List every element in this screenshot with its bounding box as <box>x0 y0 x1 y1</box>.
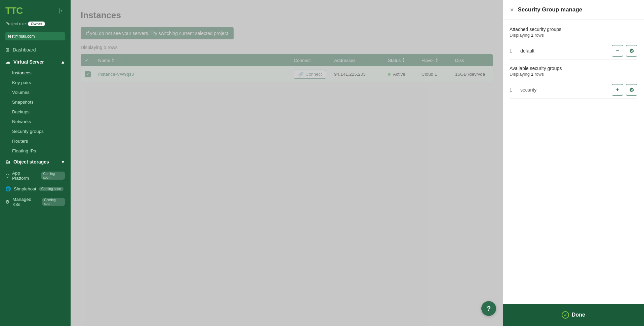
sidebar-item-key-pairs[interactable]: Key pairs <box>0 78 71 87</box>
help-icon: ? <box>487 305 491 313</box>
sidebar-item-object-storages[interactable]: 🗂 Object storages ▼ <box>0 156 71 168</box>
dashboard-section: ⊞ Dashboard <box>0 44 71 56</box>
collapse-button[interactable]: |← <box>57 6 67 15</box>
managed-k8s-icon: ⚙ <box>5 199 10 205</box>
app-platform-badge: Coming soon <box>41 172 66 180</box>
owner-badge: Owner <box>28 22 45 26</box>
managed-k8s-label: Managed K8s <box>12 197 39 207</box>
right-panel: × Security Group manage Attached securit… <box>503 0 644 326</box>
available-section-label: Available security groups <box>510 66 637 71</box>
sidebar-item-volumes[interactable]: Volumes <box>0 87 71 97</box>
attached-displaying: Displaying 1 rows <box>510 33 637 38</box>
simplehost-label: Simplehost <box>14 186 36 191</box>
panel-close-button[interactable]: × <box>510 6 515 13</box>
sidebar-item-floating-ips[interactable]: Floating IPs <box>0 146 71 156</box>
virtual-server-section: ☁ Virtual Server ▲ Instances Key pairs V… <box>0 56 71 156</box>
logo-area: TTC |← <box>0 0 71 20</box>
sidebar-item-backups[interactable]: Backups <box>0 107 71 117</box>
available-group-row: 1 security + ⚙ <box>510 81 637 99</box>
available-displaying: Displaying 1 rows <box>510 72 637 77</box>
sidebar-item-snapshots[interactable]: Snapshots <box>0 97 71 107</box>
sidebar-item-security-groups[interactable]: Security groups <box>0 126 71 136</box>
sidebar-item-dashboard[interactable]: ⊞ Dashboard <box>0 44 71 56</box>
app-platform-label: App Platform <box>12 171 38 181</box>
sidebar-item-managed-k8s: ⚙ Managed K8s Coming soon <box>0 194 71 210</box>
simplehost-badge: Coming soon <box>39 187 64 191</box>
settings-group-button[interactable]: ⚙ <box>626 45 637 57</box>
project-role-label: Project role: Owner <box>5 22 65 26</box>
done-check-icon: ✓ <box>562 311 569 319</box>
sidebar-item-instances[interactable]: Instances <box>0 68 71 78</box>
remove-group-button[interactable]: − <box>612 45 623 57</box>
attached-group-name: default <box>520 48 608 53</box>
object-storages-label: Object storages <box>13 159 49 165</box>
logo: TTC <box>5 5 23 16</box>
sidebar-item-app-platform: ⬡ App Platform Coming soon <box>0 168 71 183</box>
chevron-up-icon: ▲ <box>61 59 65 65</box>
help-button[interactable]: ? <box>481 301 496 316</box>
project-role-area: Project role: Owner <box>0 20 71 30</box>
sidebar-item-networks[interactable]: Networks <box>0 117 71 126</box>
chevron-down-icon: ▼ <box>61 159 65 165</box>
attached-group-actions: − ⚙ <box>612 45 637 57</box>
attached-group-number: 1 <box>510 48 516 53</box>
dashboard-icon: ⊞ <box>5 47 9 52</box>
attached-group-row: 1 default − ⚙ <box>510 42 637 60</box>
sidebar: TTC |← Project role: Owner test@mail.com… <box>0 0 71 326</box>
panel-footer: ✓ Done <box>503 304 644 326</box>
panel-title: Security Group manage <box>518 6 582 13</box>
storage-icon: 🗂 <box>5 159 10 165</box>
main-content: Instances If you do not see your servers… <box>71 0 503 326</box>
cloud-icon: ☁ <box>5 59 10 65</box>
email-select[interactable]: test@mail.com <box>5 32 65 40</box>
panel-body: Attached security groups Displaying 1 ro… <box>503 20 644 304</box>
available-group-actions: + ⚙ <box>612 84 637 96</box>
done-button[interactable]: ✓ Done <box>554 309 593 321</box>
sidebar-item-routers[interactable]: Routers <box>0 136 71 146</box>
object-storages-section: 🗂 Object storages ▼ <box>0 156 71 168</box>
managed-k8s-badge: Coming soon <box>42 198 65 206</box>
panel-header: × Security Group manage <box>503 0 644 20</box>
sidebar-item-virtual-server[interactable]: ☁ Virtual Server ▲ <box>0 56 71 68</box>
dashboard-label: Dashboard <box>13 47 36 52</box>
sidebar-item-simplehost: 🌐 Simplehost Coming soon <box>0 183 71 194</box>
attached-section-label: Attached security groups <box>510 27 637 32</box>
app-platform-icon: ⬡ <box>5 173 9 178</box>
overlay <box>71 0 503 326</box>
available-group-number: 1 <box>510 87 516 93</box>
virtual-server-label: Virtual Server <box>13 59 44 65</box>
simplehost-icon: 🌐 <box>5 186 11 191</box>
add-group-button[interactable]: + <box>612 84 623 96</box>
available-group-name: security <box>520 87 608 93</box>
done-label: Done <box>572 312 585 318</box>
settings-available-group-button[interactable]: ⚙ <box>626 84 637 96</box>
